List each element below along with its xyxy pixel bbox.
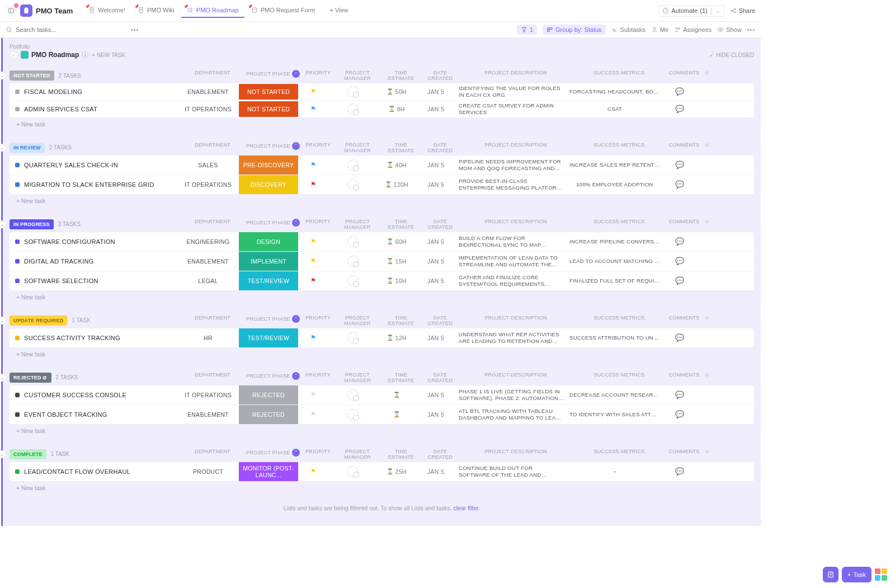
col-description[interactable]: PROJECT DESCRIPTION [460,70,572,81]
col-priority[interactable]: PRIORITY [303,449,333,460]
phase-sort-icon[interactable]: ˄ [292,372,300,380]
pm-cell[interactable] [329,332,377,344]
comments-cell[interactable]: 💬 [662,257,697,265]
assignee-placeholder-icon[interactable] [347,256,359,267]
pm-cell[interactable] [329,275,377,286]
pm-cell[interactable] [329,466,377,477]
task-name-cell[interactable]: Event Object Tracking [10,411,177,418]
date-cell[interactable]: Jan 5 [416,277,455,284]
description-cell[interactable]: Understand what rep activities are leadi… [455,330,567,346]
search-input[interactable] [16,26,128,33]
add-column[interactable]: ⊕ [701,219,713,230]
priority-cell[interactable]: ⚑ [298,105,329,112]
assignee-placeholder-icon[interactable] [347,466,359,477]
pm-cell[interactable] [329,236,377,247]
date-cell[interactable]: Jan 5 [416,106,455,112]
col-created[interactable]: DATE CREATED [421,449,460,460]
col-estimate[interactable]: TIME ESTIMATE [381,142,421,153]
phase-cell[interactable]: Design [239,232,298,251]
col-department[interactable]: DEPARTMENT [182,372,243,383]
assignee-placeholder-icon[interactable] [347,332,359,344]
table-row[interactable]: Lead/Contact Flow Overhaul Product Monit… [10,462,754,481]
task-name-cell[interactable]: Fiscal Modeling [10,88,177,95]
list-title[interactable]: PMO Roadmap i [21,51,88,59]
phase-cell[interactable]: Not Started [239,84,298,100]
phase-sort-icon[interactable]: ˄ [292,449,300,457]
department-cell[interactable]: HR [177,335,239,341]
task-name-cell[interactable]: Customer Success Console [10,392,177,398]
phase-sort-icon[interactable]: ˄ [292,70,300,78]
col-comments[interactable]: COMMENTS [667,449,701,460]
col-comments[interactable]: COMMENTS [667,142,701,153]
add-column[interactable]: ⊕ [701,449,713,460]
priority-cell[interactable]: ⚑ [298,181,329,188]
col-pm[interactable]: PROJECT MANAGER [333,142,381,153]
phase-sort-icon[interactable]: ˄ [292,142,300,150]
col-created[interactable]: DATE CREATED [421,315,460,326]
group-by-button[interactable]: Group by: Status [543,25,606,35]
department-cell[interactable]: IT Operations [177,106,239,112]
new-task-row[interactable]: + New task [10,117,754,131]
department-cell[interactable]: Engineering [177,238,239,245]
phase-sort-icon[interactable]: ˄ [292,219,300,227]
col-department[interactable]: DEPARTMENT [182,449,243,460]
description-cell[interactable]: Gather and finalize core system/tool req… [455,272,567,289]
comments-cell[interactable]: 💬 [662,467,697,476]
col-description[interactable]: PROJECT DESCRIPTION [460,315,572,326]
assignee-placeholder-icon[interactable] [347,179,359,190]
department-cell[interactable]: Product [177,468,239,475]
col-created[interactable]: DATE CREATED [421,142,460,153]
hide-closed[interactable]: ✓ HIDE CLOSED [709,52,754,58]
add-column[interactable]: ⊕ [701,315,713,326]
phase-cell[interactable]: Pre-Discovery [239,156,298,175]
new-task-row[interactable]: + New task [10,481,754,495]
description-cell[interactable]: Provide best-in-class enterprise messagi… [455,176,567,193]
table-row[interactable]: Customer Success Console IT Operations R… [10,385,754,405]
col-priority[interactable]: PRIORITY [303,70,333,81]
search-more[interactable]: ••• [131,26,139,33]
collapse-group[interactable]: ⌄ [0,220,6,228]
description-cell[interactable]: Build a CRM flow for bidirectional sync … [455,233,567,250]
task-name-cell[interactable]: Migration to Slack Enterprise Grid [10,181,177,188]
new-task-row[interactable]: + New task [10,194,754,208]
comments-cell[interactable]: 💬 [662,180,697,189]
assignee-placeholder-icon[interactable] [347,236,359,247]
col-pm[interactable]: PROJECT MANAGER [333,70,381,81]
date-cell[interactable]: Jan 5 [416,238,455,245]
col-estimate[interactable]: TIME ESTIMATE [381,372,421,383]
metrics-cell[interactable]: Increase pipeline conversion of new busi… [567,238,662,244]
space-name[interactable]: PMO Team [36,7,73,15]
task-name-cell[interactable]: Software Selection [10,277,177,284]
col-comments[interactable]: COMMENTS [667,219,701,230]
comments-cell[interactable]: 💬 [662,161,697,169]
col-department[interactable]: DEPARTMENT [182,142,243,153]
assignee-placeholder-icon[interactable] [347,86,359,97]
table-row[interactable]: Software Configuration Engineering Desig… [10,232,754,252]
department-cell[interactable]: Enablement [177,88,239,95]
estimate-cell[interactable]: ⌛12h [377,335,416,341]
col-pm[interactable]: PROJECT MANAGER [333,315,381,326]
table-row[interactable]: Digital Ad Tracking Enablement Implement… [10,252,754,271]
description-cell[interactable]: Create CSAT survey for Admin Services [455,101,567,117]
status-chip[interactable]: IN REVIEW [10,143,45,153]
add-column[interactable]: ⊕ [701,142,713,153]
col-estimate[interactable]: TIME ESTIMATE [381,449,421,460]
description-cell[interactable]: Pipeline needs improvement for MoM and Q… [455,157,567,173]
table-row[interactable]: Event Object Tracking Enablement Rejecte… [10,405,754,424]
col-metrics[interactable]: SUCCESS METRICS [572,315,667,326]
col-phase[interactable]: PROJECT PHASE˄ [243,70,303,81]
col-description[interactable]: PROJECT DESCRIPTION [460,142,572,153]
collapse-group[interactable]: ⌄ [0,450,6,458]
metrics-cell[interactable]: Success attribution to understand custom… [567,335,662,341]
sidebar-toggle[interactable] [6,5,17,16]
task-name-cell[interactable]: Software Configuration [10,238,177,245]
estimate-cell[interactable]: ⌛60h [377,238,416,245]
estimate-cell[interactable]: ⌛120h [377,181,416,188]
phase-cell[interactable]: Test/Review [239,271,298,290]
estimate-cell[interactable]: ⌛50h [377,88,416,95]
priority-cell[interactable]: ⚑ [298,161,329,168]
status-chip[interactable]: NOT STARTED [10,70,54,81]
table-row[interactable]: Success Activity Tracking HR Test/Review… [10,328,754,347]
collapse-group[interactable]: ⌄ [0,72,6,79]
collapse-group[interactable]: ⌄ [0,374,6,382]
